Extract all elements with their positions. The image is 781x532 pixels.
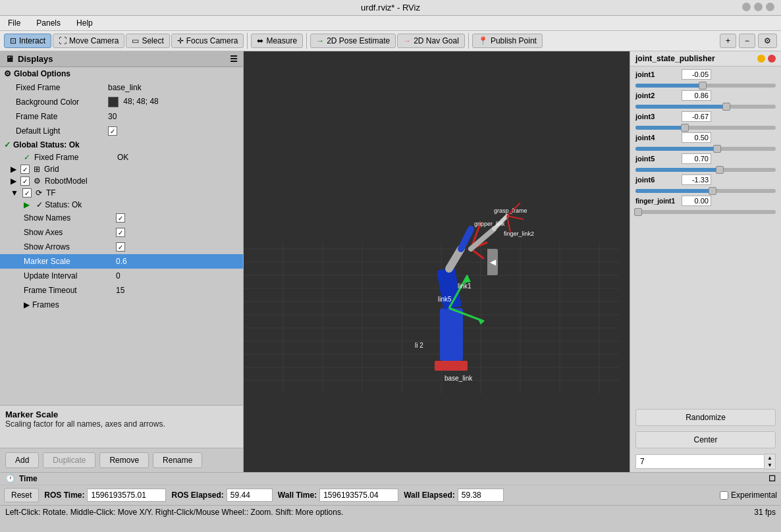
joint6-slider-thumb[interactable] xyxy=(709,187,716,195)
experimental-checkbox[interactable] xyxy=(720,491,728,500)
ros-time-input[interactable] xyxy=(87,489,166,502)
show-names-checkbox[interactable]: ✓ xyxy=(116,213,125,223)
show-axes-checkbox[interactable]: ✓ xyxy=(116,228,125,237)
add-toolbar-btn[interactable]: + xyxy=(720,34,736,48)
move-camera-button[interactable]: ⛶ Move Camera xyxy=(53,34,124,48)
measure-button[interactable]: ⬌ Measure xyxy=(251,34,303,48)
maximize-btn[interactable] xyxy=(754,3,763,11)
finger-joint1-slider-thumb[interactable] xyxy=(634,208,642,216)
interact-button[interactable]: ⊡ Interact xyxy=(4,34,51,48)
show-arrows-checkbox[interactable]: ✓ xyxy=(116,242,125,252)
frame-timeout-value[interactable]: 15 xyxy=(116,286,238,295)
joint4-input[interactable] xyxy=(682,132,711,143)
joint1-slider-track[interactable] xyxy=(635,84,776,88)
global-options-header[interactable]: ⚙ Global Options xyxy=(0,67,243,80)
duplicate-button[interactable]: Duplicate xyxy=(43,452,95,468)
main-content: 🖥 Displays ☰ ⚙ Global Options Fixed Fram… xyxy=(0,51,781,472)
2d-nav-icon: → xyxy=(403,36,411,45)
menu-help[interactable]: Help xyxy=(74,17,95,29)
time-panel-toggle[interactable]: ☐ xyxy=(768,474,776,483)
tf-status-row: ▶ ✓ Status: Ok xyxy=(0,199,243,211)
grid-checkbox[interactable]: ✓ xyxy=(20,165,30,174)
remove-toolbar-btn[interactable]: − xyxy=(739,34,755,48)
default-light-label: Default Light xyxy=(16,126,108,136)
grid-expand-arrow[interactable]: ▶ xyxy=(11,165,16,174)
wall-elapsed-input[interactable] xyxy=(458,489,504,502)
joint5-input[interactable] xyxy=(682,153,711,164)
robot-model-checkbox[interactable]: ✓ xyxy=(20,176,30,186)
global-status-header[interactable]: ✓ Global Status: Ok xyxy=(0,138,243,151)
wall-time-input[interactable] xyxy=(319,489,398,502)
randomize-button[interactable]: Randomize xyxy=(635,409,776,426)
joint2-slider-track[interactable] xyxy=(635,105,776,109)
description-area: Marker Scale Scaling factor for all name… xyxy=(0,405,243,448)
joint1-slider-thumb[interactable] xyxy=(699,82,707,90)
focus-camera-button[interactable]: ✛ Focus Camera xyxy=(171,34,244,48)
finger-joint1-slider-track[interactable] xyxy=(635,210,776,214)
show-names-value[interactable]: ✓ xyxy=(116,213,238,223)
default-light-row: Default Light ✓ xyxy=(0,124,243,138)
menu-panels[interactable]: Panels xyxy=(34,17,63,29)
marker-scale-value[interactable]: 0.6 xyxy=(116,257,238,266)
jsp-minimize-btn[interactable] xyxy=(757,55,765,63)
joint2-input[interactable] xyxy=(682,90,711,101)
tf-item[interactable]: ▼ ✓ ⟳ TF xyxy=(0,187,243,199)
tf-checkbox[interactable]: ✓ xyxy=(22,188,32,198)
center-button[interactable]: Center xyxy=(635,431,776,448)
publish-point-button[interactable]: 📍 Publish Point xyxy=(472,34,543,48)
rename-button[interactable]: Rename xyxy=(153,452,202,468)
finger-joint1-input[interactable] xyxy=(682,196,711,206)
joint2-slider-thumb[interactable] xyxy=(722,103,730,111)
spinbox-input[interactable] xyxy=(635,454,765,469)
fixed-frame-value[interactable]: base_link xyxy=(108,83,238,92)
joint6-slider-track[interactable] xyxy=(635,189,776,193)
grid-item[interactable]: ▶ ✓ ⊞ Grid xyxy=(0,163,243,175)
3d-viewport[interactable]: base_link li 2 grasp_frame xyxy=(244,51,630,472)
default-light-value[interactable]: ✓ xyxy=(108,126,238,136)
update-interval-value[interactable]: 0 xyxy=(116,271,238,280)
robot-model-expand-arrow[interactable]: ▶ xyxy=(11,176,16,186)
joint5-slider-track[interactable] xyxy=(635,168,776,172)
joint4-slider-track[interactable] xyxy=(635,147,776,151)
jsp-close-btn[interactable] xyxy=(768,55,776,63)
tf-expand-arrow[interactable]: ▼ xyxy=(11,188,18,198)
wall-elapsed-group: Wall Elapsed: xyxy=(404,489,504,502)
show-names-row: Show Names ✓ xyxy=(0,211,243,225)
joint6-group: joint6 xyxy=(635,174,776,193)
spinbox-down[interactable]: ▼ xyxy=(765,462,775,469)
marker-scale-row[interactable]: Marker Scale 0.6 xyxy=(0,254,243,269)
settings-btn[interactable]: ⚙ xyxy=(758,34,777,48)
joint3-slider-track[interactable] xyxy=(635,126,776,130)
joint1-label: joint1 xyxy=(635,70,682,78)
joint3-slider-thumb[interactable] xyxy=(681,124,689,132)
color-swatch[interactable] xyxy=(108,97,119,107)
background-color-value[interactable]: 48; 48; 48 xyxy=(108,97,238,107)
joint6-input[interactable] xyxy=(682,174,711,185)
joint1-input[interactable] xyxy=(682,69,711,80)
reset-button[interactable]: Reset xyxy=(4,488,39,502)
show-arrows-value[interactable]: ✓ xyxy=(116,242,238,252)
ros-elapsed-input[interactable] xyxy=(227,489,273,502)
remove-button[interactable]: Remove xyxy=(99,452,149,468)
joint4-slider-thumb[interactable] xyxy=(713,145,721,153)
minimize-btn[interactable] xyxy=(742,3,751,11)
spinbox-up[interactable]: ▲ xyxy=(765,454,775,462)
select-button[interactable]: ▭ Select xyxy=(126,34,169,48)
default-light-checkbox[interactable]: ✓ xyxy=(108,126,117,136)
viewport-collapse-arrow[interactable]: ◀ xyxy=(487,249,498,275)
2d-pose-button[interactable]: → 2D Pose Estimate xyxy=(310,34,396,48)
background-color-label: Background Color xyxy=(16,97,108,107)
wall-elapsed-label: Wall Elapsed: xyxy=(404,491,455,500)
menu-file[interactable]: File xyxy=(5,17,23,29)
frame-rate-value[interactable]: 30 xyxy=(108,112,238,121)
close-btn[interactable] xyxy=(766,3,774,11)
joint3-input[interactable] xyxy=(682,111,711,122)
robot-model-item[interactable]: ▶ ✓ ⚙ RobotModel xyxy=(0,175,243,187)
show-axes-value[interactable]: ✓ xyxy=(116,228,238,238)
frames-expand-arrow[interactable]: ▶ xyxy=(24,300,30,309)
joint5-slider-thumb[interactable] xyxy=(716,166,724,174)
displays-collapse[interactable]: ☰ xyxy=(230,54,238,64)
move-camera-label: Move Camera xyxy=(69,36,119,45)
add-button[interactable]: Add xyxy=(5,452,39,468)
2d-nav-button[interactable]: → 2D Nav Goal xyxy=(397,34,465,48)
